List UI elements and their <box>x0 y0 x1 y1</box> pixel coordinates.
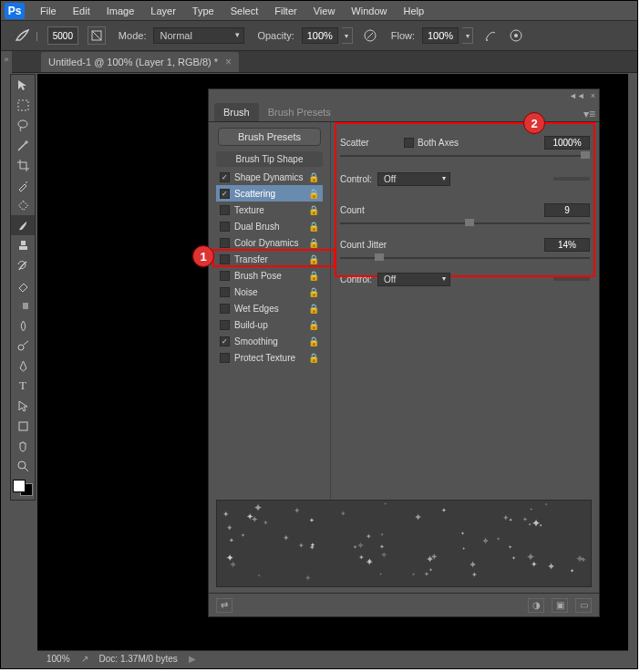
eraser-tool[interactable] <box>11 275 35 295</box>
brush-setting-texture[interactable]: Texture🔒 <box>216 202 323 218</box>
airbrush-icon[interactable] <box>482 27 499 44</box>
pressure-size-icon[interactable] <box>508 27 524 44</box>
menu-type[interactable]: Type <box>184 3 222 19</box>
pen-tool[interactable] <box>11 356 35 376</box>
flow-dropdown-icon[interactable]: ▾ <box>462 27 473 44</box>
checkbox-icon[interactable]: ✓ <box>220 189 230 199</box>
lock-icon[interactable]: 🔒 <box>308 320 319 330</box>
export-icon[interactable]: ↗ <box>81 654 88 664</box>
panel-collapse-icon[interactable]: ◄◄ <box>569 91 585 100</box>
brush-preset-toggle-icon[interactable] <box>88 26 106 45</box>
svg-rect-7 <box>18 201 27 210</box>
panel-close-icon[interactable]: × <box>591 91 595 100</box>
brush-setting-build-up[interactable]: Build-up🔒 <box>216 316 323 333</box>
control2-select[interactable]: Off <box>377 273 450 286</box>
brush-setting-shape-dynamics[interactable]: ✓Shape Dynamics🔒 <box>216 169 323 185</box>
menu-filter[interactable]: Filter <box>266 3 305 19</box>
brush-setting-smoothing[interactable]: ✓Smoothing🔒 <box>216 333 323 349</box>
checkbox-icon[interactable] <box>220 271 230 281</box>
path-select-tool[interactable] <box>11 396 35 416</box>
move-tool[interactable] <box>11 75 35 95</box>
close-tab-icon[interactable]: × <box>225 56 232 68</box>
tab-brush-presets[interactable]: Brush Presets <box>259 103 340 121</box>
lock-icon[interactable]: 🔒 <box>308 353 319 363</box>
flow-input[interactable]: 100% <box>422 27 459 44</box>
brush-panel: ◄◄ × Brush Brush Presets ▾≡ Brush Preset… <box>208 88 600 617</box>
lock-icon[interactable]: 🔒 <box>308 189 319 199</box>
brush-setting-label: Build-up <box>234 320 268 330</box>
trash-icon[interactable]: ▭ <box>575 598 592 613</box>
brush-tool-icon[interactable] <box>14 26 32 45</box>
checkbox-icon[interactable] <box>220 222 230 232</box>
count-jitter-slider[interactable] <box>340 253 590 263</box>
menu-select[interactable]: Select <box>222 3 267 19</box>
checkbox-icon[interactable] <box>220 287 230 297</box>
checkbox-icon[interactable]: ✓ <box>220 172 230 182</box>
menu-file[interactable]: File <box>32 3 65 19</box>
menu-view[interactable]: View <box>305 3 344 19</box>
lock-icon[interactable]: 🔒 <box>308 205 319 215</box>
dodge-tool[interactable] <box>11 336 35 356</box>
checkbox-icon[interactable] <box>220 205 230 215</box>
lock-icon[interactable]: 🔒 <box>308 271 319 281</box>
brush-size-input[interactable]: 5000 <box>47 26 78 45</box>
brush-setting-label: Protect Texture <box>234 353 295 363</box>
scatter-slider[interactable] <box>340 151 590 160</box>
color-swatch[interactable] <box>13 480 33 496</box>
menu-image[interactable]: Image <box>98 3 143 19</box>
checkbox-icon[interactable] <box>220 320 230 330</box>
opacity-input[interactable]: 100% <box>302 27 338 44</box>
zoom-tool[interactable] <box>11 456 35 476</box>
mode-select[interactable]: Normal <box>153 27 244 44</box>
brush-tool[interactable] <box>11 215 35 235</box>
brush-setting-wet-edges[interactable]: Wet Edges🔒 <box>216 300 323 316</box>
pressure-opacity-icon[interactable] <box>362 27 378 44</box>
blur-tool[interactable] <box>11 315 35 336</box>
stamp-tool[interactable] <box>11 235 35 255</box>
lock-icon[interactable]: 🔒 <box>308 222 319 232</box>
new-brush-icon[interactable]: ▣ <box>552 598 568 613</box>
menu-layer[interactable]: Layer <box>142 3 184 19</box>
magic-wand-tool[interactable] <box>11 135 35 155</box>
control1-select[interactable]: Off <box>377 172 450 186</box>
brush-tip-shape-header[interactable]: Brush Tip Shape <box>216 151 323 167</box>
brush-setting-protect-texture[interactable]: Protect Texture🔒 <box>216 349 323 366</box>
menu-window[interactable]: Window <box>343 3 395 19</box>
menu-help[interactable]: Help <box>395 3 432 19</box>
history-brush-tool[interactable] <box>11 255 35 275</box>
panel-menu-icon[interactable]: ▾≡ <box>583 108 595 120</box>
count-slider[interactable] <box>340 219 590 228</box>
checkbox-icon[interactable] <box>220 304 230 314</box>
gradient-tool[interactable] <box>11 295 35 315</box>
lock-icon[interactable]: 🔒 <box>308 172 319 182</box>
lasso-tool[interactable] <box>11 115 35 135</box>
brush-setting-dual-brush[interactable]: Dual Brush🔒 <box>216 218 323 234</box>
checkbox-icon[interactable] <box>220 353 230 363</box>
svg-point-12 <box>18 345 24 350</box>
document-tab[interactable]: Untitled-1 @ 100% (Layer 1, RGB/8) * × <box>41 52 239 72</box>
eyedropper-tool[interactable] <box>11 175 35 195</box>
lock-icon[interactable]: 🔒 <box>308 304 319 314</box>
marquee-tool[interactable] <box>11 95 35 115</box>
healing-tool[interactable] <box>11 195 35 215</box>
checkbox-icon[interactable] <box>220 238 230 248</box>
brush-setting-label: Brush Pose <box>234 271 282 281</box>
checkbox-icon[interactable]: ✓ <box>220 336 230 346</box>
tab-brush[interactable]: Brush <box>214 103 259 121</box>
zoom-level[interactable]: 100% <box>46 654 70 664</box>
opacity-dropdown-icon[interactable]: ▾ <box>342 27 353 44</box>
type-tool[interactable]: T <box>11 376 35 396</box>
brush-setting-scattering[interactable]: ✓Scattering🔒 <box>216 185 323 202</box>
brush-presets-button[interactable]: Brush Presets <box>218 128 321 146</box>
hand-tool[interactable] <box>11 436 35 456</box>
toggle-live-preview-icon[interactable]: ◑ <box>528 598 544 613</box>
brush-setting-noise[interactable]: Noise🔒 <box>216 284 323 300</box>
crop-tool[interactable] <box>11 155 35 175</box>
lock-icon[interactable]: 🔒 <box>308 238 319 248</box>
menu-edit[interactable]: Edit <box>65 3 98 19</box>
brush-setting-brush-pose[interactable]: Brush Pose🔒 <box>216 267 323 284</box>
lock-icon[interactable]: 🔒 <box>308 336 319 346</box>
lock-icon[interactable]: 🔒 <box>308 287 319 297</box>
shape-tool[interactable] <box>11 416 35 436</box>
toggle-preview-lock-icon[interactable]: ⇄ <box>216 598 232 613</box>
